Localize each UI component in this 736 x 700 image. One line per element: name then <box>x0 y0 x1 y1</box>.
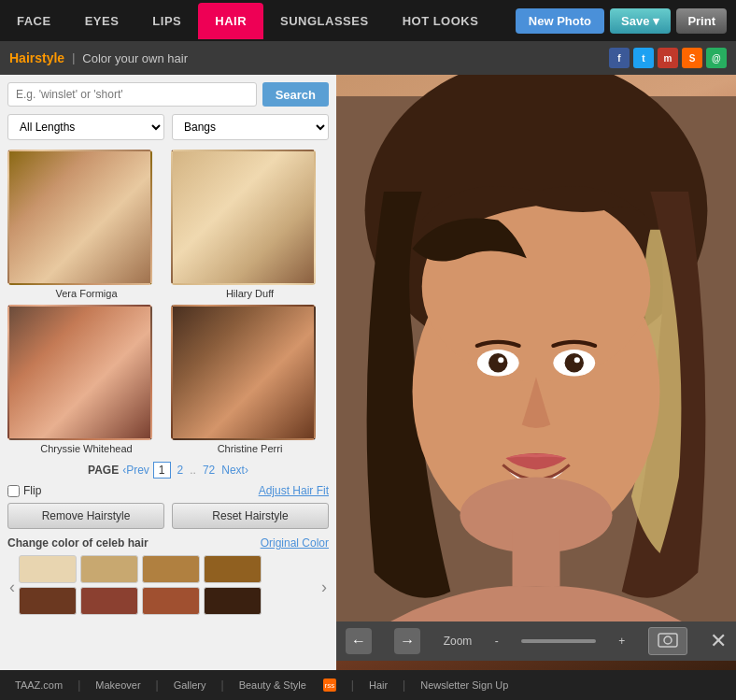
facebook-icon[interactable]: f <box>609 48 630 68</box>
style-filter[interactable]: Bangs Straight Curly Wavy Updo <box>172 114 329 140</box>
face-icon <box>657 632 679 649</box>
original-color-link[interactable]: Original Color <box>261 536 329 550</box>
hairstyle-item-vera[interactable]: Vera Formiga <box>7 150 165 299</box>
color-scroll-left-button[interactable]: ‹ <box>7 576 17 599</box>
breadcrumb-color-hair[interactable]: Color your own hair <box>82 51 188 65</box>
pagination: PAGE ‹Prev 1 2 .. 72 Next› <box>7 462 329 479</box>
hairstyle-grid: Vera Formiga Hilary Duff Chryssie Whiteh… <box>7 150 329 454</box>
prev-arrow-button[interactable]: ← <box>346 628 372 654</box>
footer: TAAZ.com | Makeover | Gallery | Beauty &… <box>0 670 736 700</box>
tab-eyes[interactable]: EYES <box>68 3 136 39</box>
social-icons-bar: f t m S @ <box>609 48 727 68</box>
top-navigation: FACE EYES LIPS HAIR SUNGLASSES HOT LOOKS… <box>0 0 736 41</box>
next-page-button[interactable]: Next› <box>221 464 248 477</box>
hairstyle-item-hilary[interactable]: Hilary Duff <box>171 150 329 299</box>
page-2-button[interactable]: 2 <box>175 463 187 478</box>
preview-face <box>336 75 736 670</box>
color-grid-wrapper: ‹ › <box>7 555 329 619</box>
prev-page-button[interactable]: ‹Prev <box>122 464 149 477</box>
filter-row: All Lengths Short Medium Long Bangs Stra… <box>7 114 329 140</box>
footer-hair[interactable]: Hair <box>369 679 388 691</box>
hairstyle-name-hilary: Hilary Duff <box>171 288 329 299</box>
hairstyle-image-chryssie <box>7 305 152 440</box>
footer-gallery[interactable]: Gallery <box>174 679 206 691</box>
action-buttons: Remove Hairstyle Reset Hairstyle <box>7 503 329 529</box>
close-button[interactable]: ✕ <box>710 629 727 653</box>
hairstyle-item-christine[interactable]: Christine Perri <box>171 305 329 454</box>
color-swatch-4[interactable] <box>204 555 262 583</box>
adjust-hair-fit-link[interactable]: Adjust Hair Fit <box>259 484 329 497</box>
color-scroll-right-button[interactable]: › <box>319 576 329 599</box>
print-button[interactable]: Print <box>676 8 727 34</box>
reset-hairstyle-button[interactable]: Reset Hairstyle <box>172 503 329 529</box>
tab-lips[interactable]: LIPS <box>135 3 198 39</box>
svg-point-13 <box>664 636 672 644</box>
hairstyle-image-vera <box>7 150 152 285</box>
tab-sunglasses[interactable]: SUNGLASSES <box>263 3 386 39</box>
color-swatch-3[interactable] <box>142 555 200 583</box>
footer-makeover[interactable]: Makeover <box>95 679 140 691</box>
color-swatch-8[interactable] <box>204 587 262 615</box>
color-swatch-1[interactable] <box>19 555 77 583</box>
color-grid <box>19 555 318 619</box>
new-photo-button[interactable]: New Photo <box>516 8 604 34</box>
hairstyle-name-chryssie: Chryssie Whitehead <box>7 443 165 454</box>
length-filter[interactable]: All Lengths Short Medium Long <box>7 114 164 140</box>
zoom-plus: + <box>618 635 625 648</box>
svg-point-6 <box>488 353 507 372</box>
color-section: Change color of celeb hair Original Colo… <box>7 536 329 619</box>
footer-newsletter[interactable]: Newsletter Sign Up <box>420 679 508 691</box>
save-button[interactable]: Save ▾ <box>610 8 671 34</box>
email-icon[interactable]: @ <box>706 48 727 68</box>
preview-toolbar: ← → Zoom - + ✕ <box>336 621 736 661</box>
hairstyle-name-christine: Christine Perri <box>171 443 329 454</box>
footer-beauty-style[interactable]: Beauty & Style <box>239 679 306 691</box>
tab-hot-looks[interactable]: HOT LOOKS <box>386 3 496 39</box>
preview-panel: ← → Zoom - + ✕ <box>336 75 736 670</box>
breadcrumb-separator: | <box>72 51 75 64</box>
hairstyle-item-chryssie[interactable]: Chryssie Whitehead <box>7 305 165 454</box>
hairstyle-image-hilary <box>171 150 316 285</box>
zoom-slider[interactable] <box>521 639 596 643</box>
flip-checkbox[interactable] <box>7 485 20 497</box>
color-title: Change color of celeb hair <box>7 536 149 550</box>
page-label: PAGE <box>88 464 119 477</box>
footer-taaz[interactable]: TAAZ.com <box>15 679 63 691</box>
top-right-actions: New Photo Save ▾ Print <box>516 8 736 34</box>
twitter-icon[interactable]: t <box>633 48 654 68</box>
svg-point-9 <box>574 357 580 363</box>
tab-hair[interactable]: HAIR <box>198 3 263 39</box>
face-position-button[interactable] <box>648 627 687 655</box>
tab-face[interactable]: FACE <box>0 3 68 39</box>
color-swatch-2[interactable] <box>80 555 138 583</box>
main-content: Search All Lengths Short Medium Long Ban… <box>0 75 736 670</box>
svg-rect-12 <box>658 634 677 647</box>
current-page[interactable]: 1 <box>153 462 171 479</box>
color-swatch-6[interactable] <box>80 587 138 615</box>
color-row-1 <box>19 555 318 583</box>
color-swatch-5[interactable] <box>19 587 77 615</box>
color-header: Change color of celeb hair Original Colo… <box>7 536 329 550</box>
flip-checkbox-label[interactable]: Flip <box>7 484 41 497</box>
last-page-button[interactable]: 72 <box>200 463 218 478</box>
zoom-minus: - <box>495 635 499 648</box>
next-arrow-button[interactable]: → <box>394 628 420 654</box>
controls-row: Flip Adjust Hair Fit <box>7 484 329 497</box>
svg-rect-11 <box>513 530 560 587</box>
myspace-icon[interactable]: m <box>658 48 678 68</box>
zoom-label: Zoom <box>444 635 473 648</box>
svg-point-7 <box>565 353 584 372</box>
face-svg <box>336 75 736 670</box>
rss-icon[interactable]: rss <box>323 679 336 692</box>
search-button[interactable]: Search <box>262 82 329 107</box>
page-dots: .. <box>190 464 196 477</box>
color-row-2 <box>19 587 318 615</box>
breadcrumb-bar: Hairstyle | Color your own hair f t m S … <box>0 41 736 75</box>
search-input[interactable] <box>7 82 257 107</box>
color-swatch-7[interactable] <box>142 587 200 615</box>
left-panel: Search All Lengths Short Medium Long Ban… <box>0 75 336 670</box>
search-row: Search <box>7 82 329 107</box>
breadcrumb-hairstyle[interactable]: Hairstyle <box>9 50 64 65</box>
remove-hairstyle-button[interactable]: Remove Hairstyle <box>7 503 164 529</box>
stumbleupon-icon[interactable]: S <box>682 48 702 68</box>
